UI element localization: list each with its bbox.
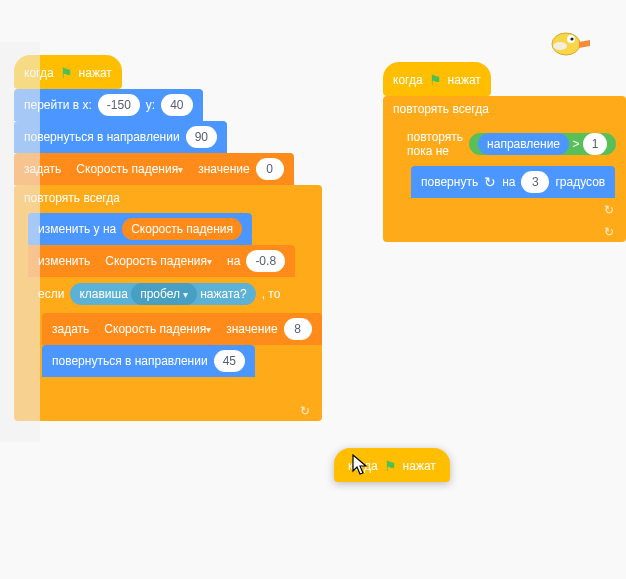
dir-input[interactable]: 90	[186, 126, 217, 148]
hat-text-suffix: нажат	[448, 73, 481, 87]
value-input[interactable]: -0.8	[246, 250, 285, 272]
variable-dropdown[interactable]: Скорость падения	[95, 318, 220, 340]
y-input[interactable]: 40	[161, 94, 192, 116]
goto-xy-block[interactable]: перейти в x: -150 y: 40	[14, 89, 322, 121]
if-block[interactable]: если клавиша пробел нажата? , то задать …	[28, 277, 322, 399]
green-flag-icon: ⚑	[384, 458, 397, 474]
forever-block[interactable]: повторять всегда повторять пока не напра…	[383, 96, 626, 242]
point-direction-block[interactable]: повернуться в направлении 90	[14, 121, 322, 153]
change-y-block[interactable]: изменить y на Скорость падения	[28, 213, 322, 245]
block-label: повернуть	[421, 175, 478, 189]
hat-text-suffix: нажат	[403, 459, 436, 473]
block-label: изменить y на	[38, 222, 116, 236]
reporter-label: нажата?	[200, 287, 246, 301]
block-label: на	[502, 175, 515, 189]
point-direction-block-2[interactable]: повернуться в направлении 45	[42, 345, 322, 377]
repeat-until-block[interactable]: повторять пока не направление > 1 поверн…	[397, 124, 626, 220]
green-flag-icon: ⚑	[60, 65, 73, 81]
block-label: задать	[24, 162, 61, 176]
set-variable-block[interactable]: задать Скорость падения значение 0	[14, 153, 322, 185]
loop-arrow-icon: ↻	[300, 404, 310, 418]
when-flag-clicked-hat[interactable]: когда ⚑ нажат	[14, 55, 322, 89]
hat-text-prefix: когда	[24, 66, 54, 80]
block-label: градусов	[555, 175, 605, 189]
turn-cw-block[interactable]: повернуть ↻ на 3 градусов	[411, 166, 626, 198]
block-label: повторять всегда	[393, 102, 489, 116]
value-input[interactable]: 0	[256, 158, 284, 180]
loop-arrow-icon: ↻	[604, 225, 614, 239]
block-label: перейти в x:	[24, 98, 92, 112]
block-label: повернуться в направлении	[52, 354, 208, 368]
block-label: значение	[226, 322, 277, 336]
x-input[interactable]: -150	[98, 94, 140, 116]
script-stack-1[interactable]: когда ⚑ нажат перейти в x: -150 y: 40 по…	[14, 55, 322, 421]
operator-symbol: >	[572, 137, 579, 151]
loop-arrow-icon: ↻	[604, 203, 614, 217]
block-label: y:	[146, 98, 155, 112]
svg-point-1	[553, 42, 567, 50]
variable-reporter[interactable]: Скорость падения	[122, 218, 242, 240]
block-label: задать	[52, 322, 89, 336]
sprite-thumbnail	[550, 26, 596, 60]
block-label: значение	[198, 162, 249, 176]
direction-reporter[interactable]: направление	[478, 133, 569, 155]
reporter-label: клавиша	[79, 287, 127, 301]
block-label: повторять пока не	[407, 130, 463, 158]
key-pressed-reporter[interactable]: клавиша пробел нажата?	[70, 283, 255, 305]
svg-point-4	[570, 37, 573, 40]
block-label: на	[227, 254, 240, 268]
forever-block[interactable]: повторять всегда изменить y на Скорость …	[14, 185, 322, 421]
green-flag-icon: ⚑	[429, 72, 442, 88]
change-variable-block[interactable]: изменить Скорость падения на -0.8	[28, 245, 322, 277]
key-dropdown[interactable]: пробел	[131, 283, 197, 305]
hat-text-prefix: когда	[393, 73, 423, 87]
block-label: повернуться в направлении	[24, 130, 180, 144]
value-input[interactable]: 1	[583, 133, 608, 155]
block-label: , то	[262, 287, 281, 301]
mouse-cursor-icon	[352, 454, 370, 478]
script-stack-2[interactable]: когда ⚑ нажат повторять всегда повторять…	[383, 62, 626, 242]
gt-operator[interactable]: направление > 1	[469, 133, 616, 155]
clockwise-icon: ↻	[484, 174, 496, 190]
block-label: если	[38, 287, 64, 301]
hat-text-suffix: нажат	[79, 66, 112, 80]
set-variable-block-2[interactable]: задать Скорость падения значение 8	[42, 313, 322, 345]
degrees-input[interactable]: 3	[521, 171, 549, 193]
when-flag-clicked-hat[interactable]: когда ⚑ нажат	[383, 62, 626, 96]
svg-marker-2	[579, 40, 590, 48]
block-label: повторять всегда	[24, 191, 120, 205]
dir-input[interactable]: 45	[214, 350, 245, 372]
variable-dropdown[interactable]: Скорость падения	[67, 158, 192, 180]
variable-dropdown[interactable]: Скорость падения	[96, 250, 221, 272]
block-label: изменить	[38, 254, 90, 268]
value-input[interactable]: 8	[284, 318, 312, 340]
